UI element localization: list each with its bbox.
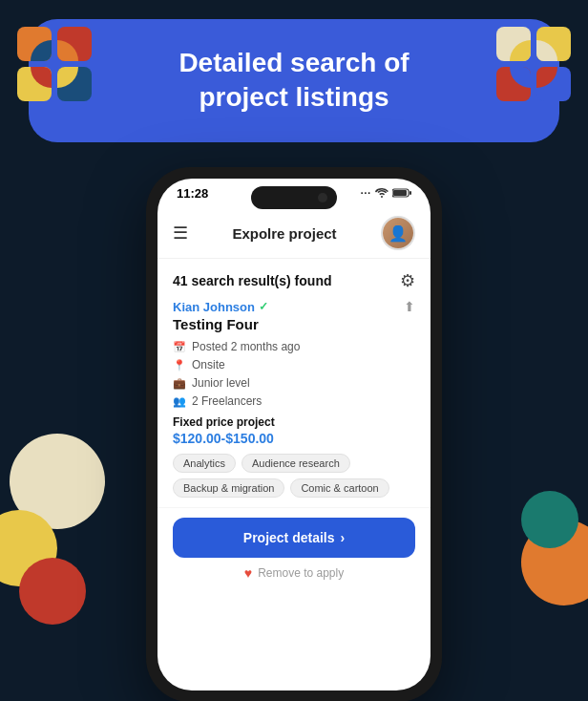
tag-analytics[interactable]: Analytics bbox=[173, 454, 236, 473]
tag-backup-migration[interactable]: Backup & migration bbox=[173, 478, 284, 498]
dynamic-island bbox=[251, 186, 337, 209]
tag-comic-cartoon[interactable]: Comic & cartoon bbox=[290, 478, 388, 498]
people-icon: 👥 bbox=[173, 395, 186, 408]
price-label: Fixed price project bbox=[173, 415, 415, 429]
meta-level: 💼 Junior level bbox=[173, 376, 415, 390]
search-results-header: 41 search result(s) found ⚙ bbox=[158, 259, 430, 299]
svg-rect-25 bbox=[393, 190, 407, 196]
header-title: Detailed search of project listings bbox=[124, 46, 464, 116]
status-icons: ··· bbox=[361, 188, 411, 200]
arrow-right-icon: › bbox=[341, 530, 346, 545]
remove-to-apply-row: ♥ Remove to apply bbox=[158, 558, 430, 588]
project-title: Testing Four bbox=[173, 316, 415, 332]
header-banner: Detailed search of project listings bbox=[29, 19, 559, 142]
meta-freelancers: 👥 2 Freelancers bbox=[173, 394, 415, 408]
meta-location: 📍 Onsite bbox=[173, 358, 415, 372]
svg-rect-26 bbox=[410, 191, 411, 195]
hamburger-icon[interactable]: ☰ bbox=[173, 223, 188, 244]
heart-icon: ♥ bbox=[244, 565, 252, 581]
tags-row: Analytics Audience research Backup & mig… bbox=[173, 454, 415, 498]
results-count: 41 search result(s) found bbox=[173, 273, 332, 288]
wifi-icon bbox=[375, 188, 388, 200]
project-details-button[interactable]: Project details › bbox=[173, 518, 415, 558]
phone-mockup: 11:28 ··· ☰ Expolr bbox=[146, 167, 442, 701]
app-title: Expolre project bbox=[232, 225, 336, 242]
app-header: ☰ Expolre project 👤 bbox=[158, 208, 430, 259]
bg-decoration-teal bbox=[521, 491, 578, 548]
phone-screen: 11:28 ··· ☰ Expolr bbox=[158, 179, 430, 690]
filter-icon[interactable]: ⚙ bbox=[400, 270, 415, 291]
calendar-icon: 📅 bbox=[173, 341, 186, 353]
share-icon[interactable]: ⬆ bbox=[404, 299, 415, 314]
price-section: Fixed price project $120.00-$150.00 bbox=[173, 415, 415, 446]
bg-decoration-red bbox=[19, 558, 86, 625]
price-value: $120.00-$150.00 bbox=[173, 431, 415, 446]
status-time: 11:28 bbox=[177, 186, 208, 201]
avatar[interactable]: 👤 bbox=[381, 216, 415, 250]
avatar-image: 👤 bbox=[383, 218, 413, 248]
verified-icon: ✓ bbox=[259, 300, 268, 313]
briefcase-icon: 💼 bbox=[173, 377, 186, 390]
user-name: Kian Johnson ✓ bbox=[173, 300, 268, 314]
meta-posted: 📅 Posted 2 months ago bbox=[173, 340, 415, 353]
signal-dots-icon: ··· bbox=[361, 188, 371, 199]
location-icon: 📍 bbox=[173, 359, 186, 372]
card-header-row: Kian Johnson ✓ ⬆ bbox=[173, 299, 415, 314]
tag-audience-research[interactable]: Audience research bbox=[242, 454, 350, 473]
mosaic-right-icon bbox=[496, 27, 571, 101]
camera-dot bbox=[318, 193, 327, 202]
remove-label: Remove to apply bbox=[258, 566, 344, 580]
mosaic-left-icon bbox=[17, 27, 92, 101]
project-card: Kian Johnson ✓ ⬆ Testing Four 📅 Posted 2… bbox=[158, 299, 430, 508]
battery-icon bbox=[392, 188, 411, 200]
